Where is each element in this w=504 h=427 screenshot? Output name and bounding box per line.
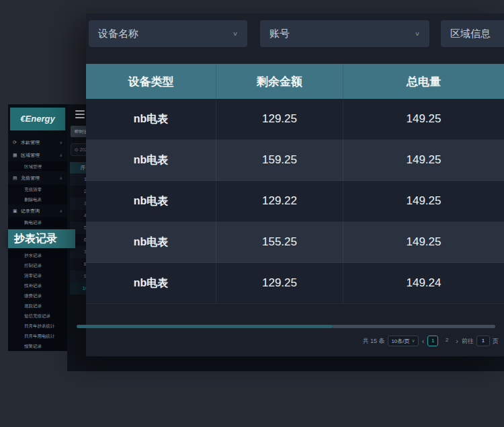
sidebar-subitem-17[interactable]: 日月年用电统计: [8, 331, 67, 341]
table-row-3: nb电表129.22149.25: [86, 181, 504, 222]
device-name-select[interactable]: 设备名称 ∨: [89, 20, 247, 47]
refresh-icon: ⟳: [13, 140, 19, 145]
sidebar-group-label: 区域管理: [21, 152, 60, 159]
table-row-1: nb电表129.25149.25: [86, 99, 504, 140]
sidebar-subitem-16[interactable]: 日月年抄表统计: [8, 321, 67, 331]
page-size-select[interactable]: 10条/页 ∨: [388, 336, 418, 346]
total-energy-cell: 149.25: [343, 181, 504, 221]
remaining-amount-cell: 129.25: [216, 263, 343, 303]
chevron-up-icon: ∧: [60, 208, 62, 213]
record-icon: ▣: [13, 208, 19, 214]
region-info-select-label: 区域信息: [450, 28, 491, 40]
chevron-up-icon: ∧: [60, 153, 62, 157]
scrollbar-thumb[interactable]: [77, 325, 333, 328]
next-page-button[interactable]: ›: [456, 336, 458, 346]
sidebar: €Energy ⟳水款管理∨▦区域管理∧区域管理▤充值管理∧充值清零删除电表▣记…: [8, 104, 67, 348]
remaining-amount-cell: 129.22: [216, 181, 343, 221]
sidebar-subitem-18[interactable]: 报警记录: [8, 341, 67, 351]
table-row-2: nb电表159.25149.25: [86, 140, 504, 181]
sidebar-group-label: 充值管理: [21, 175, 60, 182]
table-row-4: nb电表155.25149.25: [86, 222, 504, 263]
total-count-label: 共 15 条: [362, 337, 384, 346]
app-logo: €Energy: [10, 108, 65, 130]
col-header-device-type: 设备类型: [86, 64, 216, 99]
device-type-cell: nb电表: [86, 99, 216, 139]
remaining-amount-cell: 159.25: [216, 140, 343, 180]
card-icon: ▤: [13, 176, 19, 181]
sidebar-group-3[interactable]: ▤充值管理∧: [8, 171, 67, 184]
sidebar-subitem-7[interactable]: 购电记录: [8, 217, 67, 227]
sidebar-subitem-14[interactable]: 退款记录: [8, 301, 67, 311]
device-type-cell: nb电表: [86, 140, 216, 180]
sidebar-subitem-15[interactable]: 短信充值记录: [8, 311, 67, 321]
total-energy-cell: 149.25: [343, 222, 504, 262]
scrollbar-track[interactable]: [333, 325, 495, 328]
sidebar-subitem-12[interactable]: 找补记录: [8, 280, 67, 290]
chevron-down-icon: ∨: [412, 338, 415, 344]
sidebar-subitem-13[interactable]: 缴费记录: [8, 290, 67, 301]
goto-page-input[interactable]: 1: [476, 336, 490, 346]
sidebar-subitem-2[interactable]: 区域管理: [8, 161, 67, 171]
device-type-cell: nb电表: [86, 263, 216, 303]
sidebar-group-label: 记录查询: [21, 208, 60, 215]
total-energy-cell: 149.25: [343, 140, 504, 180]
sidebar-group-6[interactable]: ▣记录查询∧: [8, 204, 67, 217]
chevron-down-icon: ∨: [415, 30, 420, 37]
remaining-amount-cell: 129.25: [216, 99, 343, 139]
goto-suffix-label: 页: [493, 337, 499, 346]
filter-bar: 设备名称 ∨ 账号 ∨ 区域信息: [89, 20, 504, 47]
sidebar-subitem-5[interactable]: 删除电表: [8, 194, 67, 204]
device-name-select-label: 设备名称: [98, 28, 138, 40]
device-type-cell: nb电表: [86, 222, 216, 262]
goto-prefix-label: 前往: [462, 337, 474, 346]
sidebar-menu: ⟳水款管理∨▦区域管理∧区域管理▤充值管理∧充值清零删除电表▣记录查询∧购电记录…: [8, 136, 67, 351]
col-header-remaining-amount: 剩余金额: [216, 64, 343, 99]
chevron-down-icon: ∨: [60, 140, 62, 145]
page-size-label: 10条/页: [391, 338, 409, 345]
device-type-cell: nb电表: [86, 181, 216, 221]
goto-page: 前往 1 页: [462, 336, 499, 346]
sidebar-group-label: 水款管理: [21, 139, 60, 146]
total-energy-cell: 149.24: [343, 263, 504, 303]
table-body: nb电表129.25149.25nb电表159.25149.25nb电表129.…: [86, 99, 504, 304]
account-select[interactable]: 账号 ∨: [260, 20, 429, 47]
col-header-total-energy: 总电量: [343, 64, 504, 99]
pagination: 共 15 条 10条/页 ∨ ‹ 1 2 › 前往 1 页: [362, 335, 499, 347]
hamburger-icon[interactable]: [75, 110, 85, 118]
table-row-5: nb电表129.25149.24: [86, 263, 504, 304]
table-header-row: 设备类型 剩余金额 总电量: [86, 64, 504, 99]
total-energy-cell: 149.25: [343, 99, 504, 139]
region-icon: ▦: [13, 153, 19, 158]
chevron-up-icon: ∧: [60, 176, 62, 180]
account-select-label: 账号: [269, 28, 290, 40]
sidebar-subitem-11[interactable]: 清零记录: [8, 270, 67, 280]
readings-table: 设备类型 剩余金额 总电量 nb电表129.25149.25nb电表159.25…: [86, 64, 504, 304]
sidebar-group-0[interactable]: ⟳水款管理∨: [8, 136, 67, 149]
sidebar-subitem-9[interactable]: 抄水记录: [8, 250, 67, 260]
chevron-down-icon: ∨: [233, 30, 238, 37]
sidebar-item-meter-records-highlighted[interactable]: 抄表记录: [8, 229, 75, 248]
page-button-2[interactable]: 2: [442, 336, 452, 346]
page-button-1[interactable]: 1: [427, 336, 438, 346]
app-screen: 即时抄表 ⊙ 202 序号 12345678910 €Energy ⟳水款管理∨…: [0, 0, 504, 427]
remaining-amount-cell: 155.25: [216, 222, 343, 262]
horizontal-scrollbar: [77, 325, 495, 328]
records-panel: 设备名称 ∨ 账号 ∨ 区域信息 设备类型 剩余金额 总电量 nb电表129.2…: [86, 13, 504, 356]
prev-page-button[interactable]: ‹: [422, 336, 425, 346]
sidebar-group-1[interactable]: ▦区域管理∧: [8, 149, 67, 161]
region-info-select[interactable]: 区域信息: [441, 20, 504, 47]
sidebar-subitem-4[interactable]: 充值清零: [8, 184, 67, 194]
sidebar-subitem-10[interactable]: 控制记录: [8, 260, 67, 270]
